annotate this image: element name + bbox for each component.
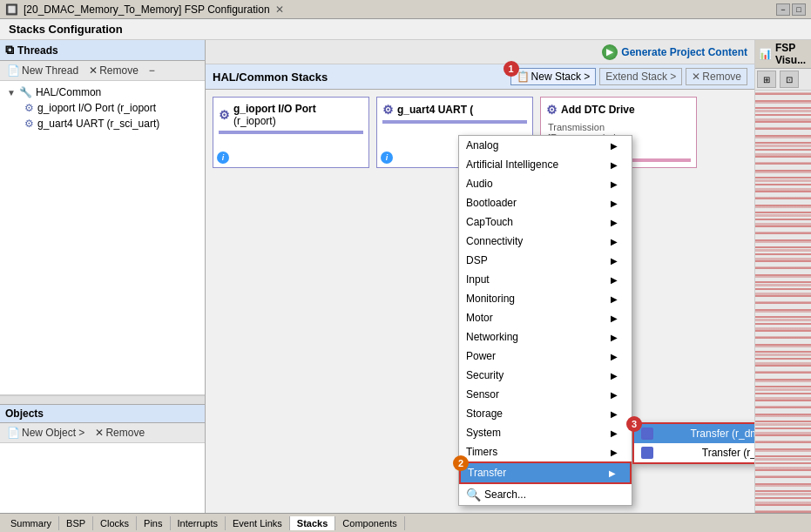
extend-label: Extend Stack > (605, 71, 676, 83)
extend-stack-button[interactable]: Extend Stack > (599, 68, 682, 85)
new-thread-button[interactable]: 📄 New Thread (3, 63, 82, 78)
tab-components[interactable]: Components (335, 516, 404, 530)
generate-label: Generate Project Content (621, 46, 747, 58)
generate-icon: ▶ (602, 44, 618, 60)
collapse-thread-button[interactable]: − (145, 63, 159, 78)
expand-icon: ▼ (7, 88, 16, 98)
threads-scrollbar[interactable] (0, 395, 205, 404)
card-dtc-header: ⚙ Add DTC Drive (546, 103, 691, 117)
sidebar-toolbar: ⊞ ⊡ (755, 69, 811, 91)
remove-label: Remove (99, 64, 139, 77)
collapse-icon: − (149, 64, 155, 77)
threads-icon: ⧉ (5, 43, 14, 57)
threads-tree: ▼ 🔧 HAL/Common ⚙ g_ioport I/O Port (r_io… (0, 81, 205, 395)
menu-item-analog[interactable]: Analog▶ (459, 136, 632, 155)
sidebar-btn-1[interactable]: ⊞ (757, 71, 776, 88)
card-ioport-icon: ⚙ (219, 108, 230, 122)
uart-label: g_uart4 UART (r_sci_uart) (37, 118, 159, 130)
remove-object-button[interactable]: ✕ Remove (91, 425, 148, 441)
objects-section: Objects 📄 New Object > ✕ Remove (0, 404, 205, 513)
hal-title: HAL/Common Stacks (213, 71, 328, 84)
tab-event-links[interactable]: Event Links (226, 516, 290, 530)
tree-item-ioport[interactable]: ⚙ g_ioport I/O Port (r_ioport (3, 100, 201, 116)
menu-item-timers[interactable]: Timers▶ (459, 442, 632, 461)
maximize-button[interactable]: □ (792, 3, 806, 16)
remove-obj-label: Remove (105, 427, 145, 439)
new-object-button[interactable]: 📄 New Object > (3, 425, 88, 441)
submenu-badge: 3 (626, 416, 642, 432)
card-ioport-title: g_ioport I/O Port(r_ioport) (233, 103, 316, 127)
menu-item-motor[interactable]: Motor▶ (459, 308, 632, 327)
objects-tree (0, 443, 205, 513)
menu-item-transfer[interactable]: 2 Transfer▶ (459, 461, 632, 484)
remove-stack-button[interactable]: ✕ Remove (686, 68, 747, 85)
menu-item-monitoring[interactable]: Monitoring▶ (459, 289, 632, 308)
remove-thread-button[interactable]: ✕ Remove (85, 63, 142, 78)
menu-item-sensor[interactable]: Sensor▶ (459, 385, 632, 404)
fsp-icon: 📊 (759, 48, 772, 60)
tree-item-uart[interactable]: ⚙ g_uart4 UART (r_sci_uart) (3, 116, 201, 131)
remove-stack-icon: ✕ (692, 71, 700, 83)
tab-bsp[interactable]: BSP (59, 516, 93, 530)
new-stack-label: New Stack > (531, 71, 591, 83)
sidebar-btn-2[interactable]: ⊡ (780, 71, 799, 88)
card-uart-info: i (381, 152, 393, 164)
card-uart-bar (382, 120, 527, 124)
rdtc-icon (641, 447, 653, 459)
new-stack-wrapper: 1 📋 New Stack > (510, 68, 597, 85)
tab-pins[interactable]: Pins (137, 516, 170, 530)
rdtc-label: Transfer (r_dtc) (702, 447, 754, 459)
new-object-icon: 📄 (7, 427, 20, 439)
hal-common-label: HAL/Common (36, 86, 101, 98)
menu-item-search[interactable]: 🔍 Search... (459, 484, 632, 505)
right-sidebar: 📊 FSP Visu... ⊞ ⊡ (754, 40, 811, 513)
tab-clocks[interactable]: Clocks (93, 516, 137, 530)
ioport-label: g_ioport I/O Port (r_ioport (37, 102, 156, 114)
remove-obj-icon: ✕ (95, 427, 104, 439)
menu-item-ai[interactable]: Artificial Intelligence▶ (459, 155, 632, 174)
transfer-submenu: 3 Transfer (r_dmac) Transfer (r_dtc) (632, 422, 754, 464)
sidebar-header: 📊 FSP Visu... (755, 40, 811, 69)
menu-item-audio[interactable]: Audio▶ (459, 174, 632, 193)
tree-item-hal-common[interactable]: ▼ 🔧 HAL/Common (3, 84, 201, 100)
window-controls: − □ (776, 3, 806, 16)
new-stack-button[interactable]: 📋 New Stack > (510, 68, 597, 85)
tab-summary[interactable]: Summary (3, 516, 59, 530)
menu-item-dsp[interactable]: DSP▶ (459, 251, 632, 270)
sidebar-title: FSP Visu... (775, 42, 808, 66)
menu-item-networking[interactable]: Networking▶ (459, 327, 632, 347)
new-thread-label: New Thread (22, 64, 78, 77)
menu-item-security[interactable]: Security▶ (459, 366, 632, 385)
menu-item-system[interactable]: System▶ (459, 423, 632, 442)
card-dtc-title: Add DTC Drive (561, 104, 635, 116)
generate-button[interactable]: ▶ Generate Project Content (602, 44, 747, 60)
menu-item-connectivity[interactable]: Connectivity▶ (459, 232, 632, 251)
card-uart-title: g_uart4 UART ( (397, 104, 473, 116)
stack-card-ioport[interactable]: ⚙ g_ioport I/O Port(r_ioport) i (213, 97, 369, 168)
menu-item-storage[interactable]: Storage▶ (459, 404, 632, 423)
new-object-label: New Object > (22, 427, 84, 439)
uart-icon: ⚙ (24, 118, 34, 130)
tab-stacks[interactable]: Stacks (290, 516, 335, 530)
threads-label: Threads (17, 44, 58, 57)
threads-toolbar: 📄 New Thread ✕ Remove − (0, 61, 205, 81)
page-title: Stacks Configuration (0, 19, 811, 40)
remove-stack-label: Remove (702, 71, 741, 83)
new-stack-badge: 1 (503, 61, 519, 77)
submenu-item-rdtc[interactable]: Transfer (r_dtc) (634, 443, 754, 462)
objects-header: Objects (0, 405, 205, 423)
title-bar: 🔲 [20_DMAC_Memory_To_Memory] FSP Configu… (0, 0, 811, 19)
card-dtc-icon: ⚙ (546, 103, 558, 117)
close-tab-icon[interactable]: ✕ (275, 3, 284, 16)
hal-cards-area: ⚙ g_ioport I/O Port(r_ioport) i ⚙ g_uart… (206, 90, 754, 513)
menu-item-input[interactable]: Input▶ (459, 270, 632, 289)
menu-item-captouch[interactable]: CapTouch▶ (459, 212, 632, 232)
menu-item-power[interactable]: Power▶ (459, 347, 632, 366)
threads-section-header: ⧉ Threads (0, 40, 205, 61)
card-uart-icon: ⚙ (382, 103, 394, 117)
submenu-item-rdmac[interactable]: Transfer (r_dmac) (634, 424, 754, 443)
ioport-icon: ⚙ (24, 102, 34, 114)
minimize-button[interactable]: − (776, 3, 790, 16)
tab-interrupts[interactable]: Interrupts (171, 516, 226, 530)
menu-item-bootloader[interactable]: Bootloader▶ (459, 193, 632, 212)
